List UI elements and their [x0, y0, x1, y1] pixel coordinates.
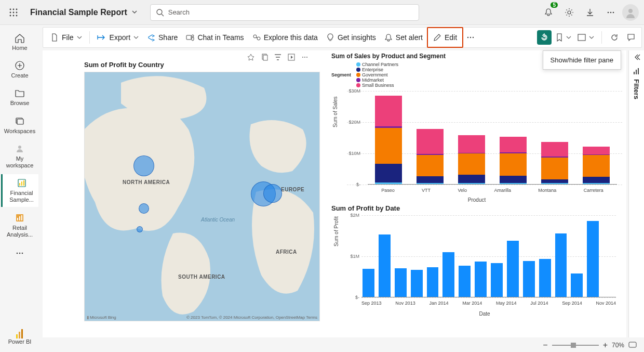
bar-column[interactable] — [583, 147, 610, 184]
column-bar[interactable] — [475, 262, 487, 297]
download-button[interactable] — [581, 3, 599, 22]
notifications-button[interactable]: 5 — [539, 3, 558, 22]
home-icon — [14, 32, 25, 44]
y-tick: $1M — [350, 254, 359, 259]
action-more-button[interactable] — [463, 28, 478, 47]
nav-label: Browse — [10, 100, 30, 107]
share-icon — [147, 33, 155, 42]
comment-button[interactable] — [624, 28, 638, 47]
action-bar: File Export Share Chat in Teams Explore … — [43, 27, 642, 48]
svg-rect-44 — [263, 55, 267, 60]
more-button[interactable] — [601, 3, 620, 22]
bell-icon — [384, 33, 393, 42]
zoom-slider[interactable] — [552, 345, 599, 346]
column-bar[interactable] — [507, 241, 519, 297]
legend-item[interactable]: Government — [356, 72, 398, 77]
bar-column[interactable] — [500, 137, 527, 184]
column-bar[interactable] — [523, 261, 535, 297]
settings-button[interactable] — [560, 3, 579, 22]
edit-button[interactable]: Edit — [429, 29, 461, 46]
bell-icon — [544, 8, 553, 17]
legend-item[interactable]: Midmarket — [356, 77, 398, 83]
filter-bars-icon — [633, 68, 640, 75]
x-tick: Nov 2013 — [395, 301, 415, 306]
chat-teams-button[interactable]: Chat in Teams — [182, 29, 248, 46]
filters-label: Filters — [633, 79, 640, 99]
y-tick: $10M — [348, 151, 360, 156]
chevron-down-icon — [133, 35, 139, 40]
map-svg — [85, 72, 320, 321]
map-bubble-canada[interactable] — [133, 155, 154, 176]
sales-by-product-chart[interactable]: Sum of Sales by Product and Segment Segm… — [331, 53, 622, 194]
action-label: Get insights — [338, 33, 376, 42]
column-bar[interactable] — [411, 270, 423, 297]
column-bar[interactable] — [379, 234, 391, 297]
x-tick: Amarilla — [494, 188, 511, 193]
view-menu[interactable] — [575, 29, 596, 46]
svg-point-46 — [302, 57, 303, 58]
column-bar[interactable] — [459, 266, 471, 297]
column-bar[interactable] — [363, 269, 374, 297]
nav-browse[interactable]: Browse — [4, 84, 35, 110]
search-icon — [156, 8, 164, 17]
map-bubble-germany[interactable] — [263, 184, 282, 203]
x-tick: Jul 2014 — [530, 301, 548, 306]
svg-rect-51 — [638, 68, 639, 74]
lightbulb-icon — [326, 33, 334, 42]
report-title-dropdown[interactable]: Financial Sample Report — [26, 6, 142, 19]
app-launcher-icon[interactable] — [5, 4, 22, 21]
nav-more[interactable] — [4, 245, 35, 262]
nav-financial-sample[interactable]: Financial Sample... — [1, 174, 38, 206]
zoom-out-button[interactable]: − — [543, 341, 547, 350]
nav-my-workspace[interactable]: My workspace — [4, 140, 35, 172]
fit-page-button[interactable] — [628, 342, 637, 349]
bar-column[interactable] — [417, 129, 444, 184]
refresh-button[interactable] — [607, 28, 622, 47]
nav-retail-analysis[interactable]: Retail Analysis... — [4, 209, 35, 241]
file-menu[interactable]: File — [46, 29, 86, 46]
get-insights-button[interactable]: Get insights — [322, 29, 380, 46]
column-bar[interactable] — [491, 263, 503, 297]
column-bar[interactable] — [587, 221, 599, 297]
reset-button[interactable] — [537, 30, 552, 45]
bar-column[interactable] — [458, 135, 485, 184]
svg-rect-32 — [19, 332, 20, 338]
legend-item[interactable]: Channel Partners — [356, 62, 398, 67]
column-bar[interactable] — [539, 259, 551, 297]
export-menu[interactable]: Export — [93, 29, 143, 46]
expand-filters-icon[interactable] — [633, 54, 640, 62]
bookmark-menu[interactable] — [554, 29, 573, 46]
notification-badge: 5 — [551, 2, 558, 8]
set-alert-button[interactable]: Set alert — [380, 29, 427, 46]
bar-column[interactable] — [541, 142, 568, 184]
search-input[interactable]: Search — [150, 4, 419, 21]
explore-icon — [252, 33, 261, 42]
column-bar[interactable] — [571, 273, 583, 297]
legend-item[interactable]: Enterprise — [356, 67, 398, 72]
column-bar[interactable] — [555, 233, 567, 297]
legend-item[interactable]: Small Business — [356, 83, 398, 88]
column-bar[interactable] — [442, 252, 454, 297]
map-bubble-usa[interactable] — [139, 203, 149, 214]
column-bar[interactable] — [395, 268, 407, 297]
map-bubble-mexico[interactable] — [137, 226, 143, 232]
explore-data-button[interactable]: Explore this data — [248, 29, 322, 46]
nav-workspaces[interactable]: Workspaces — [4, 112, 35, 138]
zoom-in-button[interactable]: + — [603, 341, 608, 350]
nav-home[interactable]: Home — [4, 29, 35, 55]
chevron-down-icon — [589, 35, 594, 40]
nav-create[interactable]: Create — [4, 57, 35, 82]
nav-label: Create — [11, 72, 28, 79]
pencil-icon — [433, 33, 441, 42]
share-button[interactable]: Share — [143, 29, 182, 46]
column-bar[interactable] — [427, 267, 439, 297]
edit-highlight: Edit — [427, 27, 463, 48]
map-box[interactable]: NORTH AMERICA SOUTH AMERICA EUROPE AFRIC… — [84, 72, 320, 321]
user-avatar[interactable] — [622, 4, 639, 21]
bar-column[interactable] — [375, 96, 402, 184]
powerbi-home[interactable]: Power BI — [8, 329, 32, 345]
filters-pane-collapsed[interactable]: Filters — [628, 50, 644, 337]
svg-rect-21 — [19, 183, 20, 186]
map-visual[interactable]: Sum of Profit by Country NORTH AMERICA S… — [84, 61, 320, 323]
profit-by-date-chart[interactable]: Sum of Profit by Date Sum of Profit $-$1… — [331, 204, 622, 334]
